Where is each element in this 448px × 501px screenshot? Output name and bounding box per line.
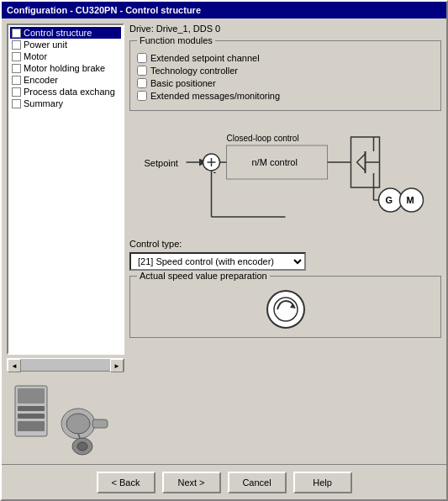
basic-positioner-label: Basic positioner bbox=[150, 78, 216, 88]
main-window: Configuration - CU320PN - Control struct… bbox=[0, 0, 448, 501]
next-button[interactable]: Next > bbox=[162, 472, 221, 493]
svg-point-37 bbox=[267, 291, 304, 328]
control-diagram-area: Setpoint - Closed-loop control n/M contr… bbox=[129, 116, 441, 234]
checkbox-technology-controller-input[interactable] bbox=[137, 66, 147, 76]
checkbox-power-unit[interactable] bbox=[12, 40, 21, 50]
checkbox-extended-setpoint: Extended setpoint channel bbox=[137, 53, 434, 63]
actual-speed-group: Actual speed value preparation bbox=[129, 276, 441, 338]
extended-setpoint-label: Extended setpoint channel bbox=[150, 53, 260, 63]
tree-item-label: Motor bbox=[24, 51, 47, 61]
back-button[interactable]: < Back bbox=[97, 472, 155, 493]
hardware-image-area bbox=[7, 375, 116, 459]
drive-label: Drive: Drive_1, DDS 0 bbox=[129, 24, 441, 34]
svg-rect-4 bbox=[18, 421, 45, 431]
right-panel: Drive: Drive_1, DDS 0 Function modules E… bbox=[129, 24, 441, 459]
tree-item-motor-holding-brake[interactable]: Motor holding brake bbox=[10, 62, 121, 74]
checkbox-extended-messages: Extended messages/monitoring bbox=[137, 91, 434, 101]
tree-item-motor[interactable]: Motor bbox=[10, 50, 121, 62]
control-type-select[interactable]: [21] Speed control (with encoder) [20] S… bbox=[129, 252, 306, 271]
svg-text:n/M control: n/M control bbox=[252, 157, 298, 167]
cancel-button[interactable]: Cancel bbox=[228, 472, 287, 493]
function-modules-title: Function modules bbox=[137, 35, 215, 45]
tree-item-process-data[interactable]: Process data exchang bbox=[10, 86, 121, 98]
tree-item-label: Process data exchang bbox=[24, 87, 115, 97]
help-button[interactable]: Help bbox=[293, 472, 352, 493]
svg-rect-3 bbox=[18, 414, 45, 419]
checkbox-extended-messages-input[interactable] bbox=[137, 91, 147, 101]
hardware-svg bbox=[11, 377, 112, 457]
tree-item-summary[interactable]: Summary bbox=[10, 98, 121, 109]
left-panel: Control structure Power unit Motor Motor… bbox=[7, 24, 124, 459]
title-bar: Configuration - CU320PN - Control struct… bbox=[2, 2, 446, 18]
tree-item-power-unit[interactable]: Power unit bbox=[10, 39, 121, 50]
window-title: Configuration - CU320PN - Control struct… bbox=[7, 5, 201, 15]
tree-item-label: Encoder bbox=[24, 75, 58, 85]
technology-controller-label: Technology controller bbox=[150, 66, 238, 76]
svg-text:Closed-loop control: Closed-loop control bbox=[227, 134, 299, 143]
checkbox-encoder[interactable] bbox=[12, 76, 21, 85]
checkbox-extended-setpoint-input[interactable] bbox=[137, 53, 147, 63]
extended-messages-label: Extended messages/monitoring bbox=[150, 91, 280, 101]
actual-speed-content bbox=[137, 288, 434, 330]
svg-text:Setpoint: Setpoint bbox=[145, 158, 178, 168]
svg-rect-2 bbox=[18, 406, 45, 411]
tree-box: Control structure Power unit Motor Motor… bbox=[7, 24, 124, 355]
svg-point-9 bbox=[77, 442, 87, 451]
control-diagram-svg: Setpoint - Closed-loop control n/M contr… bbox=[129, 116, 441, 234]
actual-speed-title: Actual speed value preparation bbox=[137, 271, 270, 281]
checkbox-technology-controller: Technology controller bbox=[137, 66, 434, 76]
scroll-right-btn[interactable]: ► bbox=[110, 359, 124, 372]
scrollbar-track[interactable] bbox=[21, 359, 110, 371]
tree-item-label: Power unit bbox=[24, 40, 67, 50]
checkbox-process-data[interactable] bbox=[12, 87, 21, 97]
svg-rect-1 bbox=[18, 388, 45, 403]
scroll-left-btn[interactable]: ◄ bbox=[8, 359, 21, 372]
svg-text:G: G bbox=[386, 195, 393, 205]
tree-scrollbar: ◄ ► bbox=[7, 358, 124, 372]
encoder-icon bbox=[265, 288, 307, 330]
tree-item-encoder[interactable]: Encoder bbox=[10, 74, 121, 86]
control-type-select-wrapper: [21] Speed control (with encoder) [20] S… bbox=[129, 252, 441, 271]
checkbox-motor-holding-brake[interactable] bbox=[12, 64, 21, 73]
svg-rect-7 bbox=[92, 419, 108, 428]
bottom-bar: < Back Next > Cancel Help bbox=[2, 464, 446, 499]
svg-point-6 bbox=[66, 414, 90, 434]
control-type-label: Control type: bbox=[129, 239, 441, 249]
checkbox-basic-positioner-input[interactable] bbox=[137, 78, 147, 88]
checkbox-basic-positioner: Basic positioner bbox=[137, 78, 434, 88]
checkbox-motor[interactable] bbox=[12, 52, 21, 61]
svg-text:M: M bbox=[407, 195, 414, 205]
checkbox-summary[interactable] bbox=[12, 99, 21, 108]
tree-item-control-structure[interactable]: Control structure bbox=[10, 27, 121, 39]
tree-item-label: Motor holding brake bbox=[24, 63, 105, 73]
function-modules-group: Function modules Extended setpoint chann… bbox=[129, 40, 441, 111]
svg-text:-: - bbox=[213, 166, 217, 177]
tree-item-label: Summary bbox=[24, 98, 63, 108]
control-type-area: Control type: [21] Speed control (with e… bbox=[129, 239, 441, 271]
tree-item-label: Control structure bbox=[24, 28, 92, 38]
checkbox-control-structure[interactable] bbox=[12, 29, 21, 38]
